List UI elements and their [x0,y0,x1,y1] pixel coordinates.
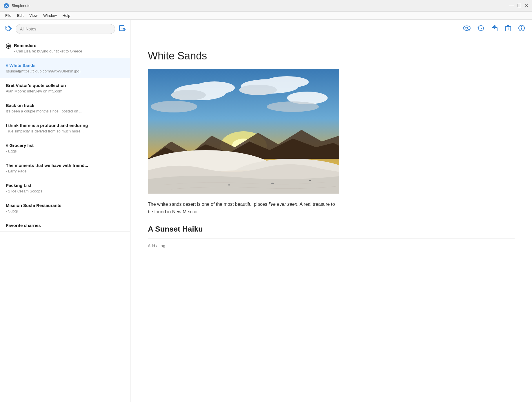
note-item-packing-list[interactable]: Packing List - 2 Ice Cream Scoops [0,178,130,198]
note-item-bret-victor[interactable]: Bret Victor's quote collection Alan Moor… [0,78,130,98]
svg-point-46 [228,184,230,185]
sidebar: Reminders - Call Lisa re: buying our tic… [0,20,130,402]
search-input[interactable] [16,24,115,34]
note-preview: - Call Lisa re: buying our ticket to Gre… [14,49,124,53]
note-item-back-on-track[interactable]: Back on track It's been a couple months … [0,98,130,118]
maximize-button[interactable]: ☐ [517,3,521,8]
main-toolbar [130,20,532,38]
svg-point-1 [6,27,7,28]
editor-title: White Sands [148,50,515,62]
tag-input[interactable] [148,243,515,248]
note-title: # White Sands [6,63,124,68]
note-title: I think there is a profound and enduring [6,123,124,128]
note-title: # Grocery list [6,143,124,148]
window-controls: — ☐ ✕ [509,3,529,8]
tags-button[interactable] [5,25,12,33]
note-title: Bret Victor's quote collection [6,83,124,88]
section-title: A Sunset Haiku [148,225,515,234]
menu-window[interactable]: Window [40,13,59,18]
focus-button[interactable] [463,25,471,33]
note-item-white-sands[interactable]: # White Sands ![sunset](https://cldup.co… [0,58,130,78]
body-text-italic: I've ever seen [268,202,297,207]
note-editor[interactable]: White Sands [130,38,532,402]
menu-view[interactable]: View [26,13,40,18]
svg-point-45 [309,180,311,181]
note-preview: - Eggs [6,149,124,153]
title-bar: Simplenote — ☐ ✕ [0,0,532,12]
note-title: The moments that we have with friend... [6,163,124,168]
menu-help[interactable]: Help [60,13,73,18]
app-logo [3,3,9,9]
minimize-button[interactable]: — [509,3,514,8]
note-preview: ![sunset](https://cldup.com/9wpWU84l3n.j… [6,69,124,73]
note-item-grocery-list[interactable]: # Grocery list - Eggs [0,138,130,158]
svg-rect-16 [506,26,510,31]
note-image [148,69,339,194]
note-preview: Alan Moore: interview on mtv.com [6,89,124,93]
svg-point-32 [171,90,206,100]
note-item-reminders[interactable]: Reminders - Call Lisa re: buying our tic… [0,38,130,58]
note-item-moments[interactable]: The moments that we have with friend... … [0,158,130,178]
note-item-favorite-charries[interactable]: Favorite charries [0,218,130,232]
menu-bar: File Edit View Window Help [0,12,532,20]
new-note-button[interactable] [119,25,126,33]
trash-button[interactable] [505,25,511,33]
note-title: Reminders [14,43,124,48]
share-button[interactable] [491,25,498,33]
menu-file[interactable]: File [2,13,14,18]
note-preview: - Suogi [6,209,124,213]
svg-point-34 [265,76,309,88]
note-preview: - 2 Ice Cream Scoops [6,189,124,193]
svg-point-37 [151,101,197,112]
tag-row [148,238,515,248]
menu-edit[interactable]: Edit [14,13,26,18]
notes-list: Reminders - Call Lisa re: buying our tic… [0,38,130,402]
note-body-paragraph: The white sands desert is one of the mos… [148,201,339,215]
note-content: Reminders - Call Lisa re: buying our tic… [14,43,124,53]
note-preview: True simplicity is derived from so much … [6,129,124,133]
body-text-before-italic: The white sands desert is one of the mos… [148,202,268,207]
svg-point-35 [239,85,277,95]
main-content: White Sands [130,20,532,402]
note-title: Mission Sushi Restaurants [6,203,124,208]
radio-icon [6,43,11,49]
note-title: Favorite charries [6,223,124,228]
note-title: Packing List [6,183,124,188]
sidebar-toolbar [0,20,130,38]
note-item-mission-sushi[interactable]: Mission Sushi Restaurants - Suogi [0,198,130,218]
app-title: Simplenote [12,3,509,8]
svg-point-25 [521,26,522,27]
note-title: Back on track [6,103,124,108]
note-preview: It's been a couple months since I posted… [6,109,124,113]
svg-point-38 [267,101,319,112]
history-button[interactable] [477,25,484,33]
note-item-profound[interactable]: I think there is a profound and enduring… [0,118,130,138]
note-preview: - Larry Page [6,169,124,173]
svg-point-44 [271,183,274,184]
info-button[interactable] [518,25,525,33]
app-body: Reminders - Call Lisa re: buying our tic… [0,20,532,402]
close-button[interactable]: ✕ [525,3,529,8]
